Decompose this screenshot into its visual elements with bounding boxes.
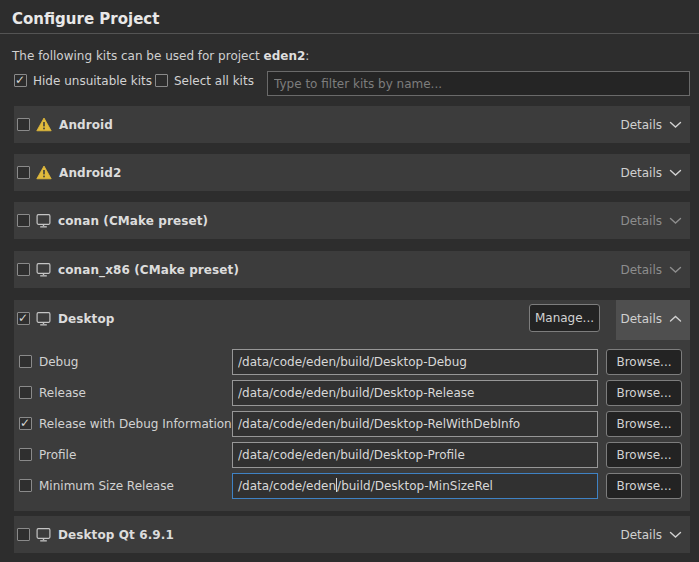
kits-description: The following kits can be used for proje… — [12, 49, 309, 63]
page-title: Configure Project — [12, 10, 159, 28]
details-toggle-conan[interactable]: Details — [620, 202, 682, 239]
kit-name: Desktop — [58, 312, 115, 326]
kit-name: conan (CMake preset) — [58, 214, 208, 228]
config-row-debug: Debug Browse... — [14, 349, 690, 375]
browse-button-relwithdebinfo[interactable]: Browse... — [606, 411, 682, 437]
select-all-kits-label[interactable]: Select all kits — [174, 74, 254, 88]
warning-icon — [36, 117, 52, 132]
config-row-minsizerel: Minimum Size Release /data/code/eden/bui… — [14, 473, 690, 499]
kit-row-desktop-qt: Desktop Qt 6.9.1 Details — [14, 516, 690, 553]
browse-button-release[interactable]: Browse... — [606, 380, 682, 406]
path-text-before-cursor: /data/code/eden — [238, 479, 336, 493]
path-text-after-cursor: /build/Desktop-MinSizeRel — [337, 479, 493, 493]
details-label: Details — [620, 263, 662, 277]
chevron-down-icon — [669, 217, 682, 225]
kit-row-conan-x86: conan_x86 (CMake preset) Details — [14, 251, 690, 288]
browse-button-debug[interactable]: Browse... — [606, 349, 682, 375]
details-toggle-android[interactable]: Details — [620, 106, 682, 143]
project-name: eden2 — [264, 49, 306, 63]
kit-name: Desktop Qt 6.9.1 — [58, 528, 174, 542]
details-toggle-desktop[interactable]: Details — [620, 300, 682, 337]
details-label: Details — [620, 166, 662, 180]
build-dir-input-debug[interactable] — [232, 349, 598, 375]
build-dir-input-release[interactable] — [232, 380, 598, 406]
kit-row-android: Android Details — [14, 106, 690, 143]
hide-unsuitable-kits-label[interactable]: Hide unsuitable kits — [33, 74, 152, 88]
manage-button[interactable]: Manage... — [529, 304, 600, 332]
build-dir-input-minsizerel[interactable]: /data/code/eden/build/Desktop-MinSizeRel — [232, 473, 598, 499]
details-label: Details — [620, 528, 662, 542]
chevron-down-icon — [669, 121, 682, 129]
details-label: Details — [620, 214, 662, 228]
desktop-monitor-icon — [36, 263, 51, 277]
checkmark-icon: ✓ — [20, 416, 30, 430]
details-label: Details — [620, 312, 662, 326]
browse-button-minsizerel[interactable]: Browse... — [606, 473, 682, 499]
config-checkbox-relwithdebinfo[interactable]: ✓ — [19, 417, 32, 430]
details-toggle-conan-x86[interactable]: Details — [620, 251, 682, 288]
config-row-profile: Profile Browse... — [14, 442, 690, 468]
chevron-down-icon — [669, 531, 682, 539]
kit-row-conan: conan (CMake preset) Details — [14, 202, 690, 239]
config-checkbox-minsizerel[interactable] — [19, 479, 32, 492]
config-label: Minimum Size Release — [39, 473, 174, 499]
kit-checkbox-desktop-qt[interactable] — [17, 528, 30, 541]
kit-filter-input[interactable] — [267, 71, 690, 96]
config-row-release: Release Browse... — [14, 380, 690, 406]
desktop-monitor-icon — [36, 214, 51, 228]
kit-name: Android — [59, 118, 113, 132]
title-divider — [0, 33, 699, 34]
checkmark-icon: ✓ — [18, 311, 28, 325]
configure-project-page: Configure Project The following kits can… — [0, 0, 699, 562]
kit-panel-desktop: ✓ Desktop Manage... Details Debug Browse… — [14, 300, 690, 511]
config-checkbox-debug[interactable] — [19, 355, 32, 368]
details-toggle-android2[interactable]: Details — [620, 154, 682, 191]
config-label: Release with Debug Information — [39, 411, 232, 437]
kits-description-suffix: : — [305, 49, 309, 63]
kit-row-android2: Android2 Details — [14, 154, 690, 191]
details-toggle-desktop-qt[interactable]: Details — [620, 516, 682, 553]
hide-unsuitable-kits-checkbox[interactable]: ✓ — [14, 74, 27, 87]
chevron-down-icon — [669, 266, 682, 274]
chevron-down-icon — [669, 169, 682, 177]
checkmark-icon: ✓ — [15, 73, 25, 87]
kit-name: Android2 — [59, 166, 121, 180]
build-dir-input-relwithdebinfo[interactable] — [232, 411, 598, 437]
kit-name: conan_x86 (CMake preset) — [58, 263, 239, 277]
desktop-monitor-icon — [36, 312, 51, 326]
warning-icon — [36, 165, 52, 180]
config-checkbox-profile[interactable] — [19, 448, 32, 461]
kits-description-text: The following kits can be used for proje… — [12, 49, 264, 63]
config-checkbox-release[interactable] — [19, 386, 32, 399]
browse-button-profile[interactable]: Browse... — [606, 442, 682, 468]
kit-checkbox-conan[interactable] — [17, 214, 30, 227]
config-label: Profile — [39, 442, 76, 468]
config-label: Release — [39, 380, 86, 406]
build-dir-input-profile[interactable] — [232, 442, 598, 468]
chevron-up-icon — [669, 315, 682, 323]
kit-checkbox-android2[interactable] — [17, 166, 30, 179]
kit-checkbox-android[interactable] — [17, 118, 30, 131]
kit-checkbox-conan-x86[interactable] — [17, 263, 30, 276]
desktop-monitor-icon — [36, 528, 51, 542]
config-row-relwithdebinfo: ✓ Release with Debug Information Browse.… — [14, 411, 690, 437]
kit-checkbox-desktop[interactable]: ✓ — [17, 312, 30, 325]
details-label: Details — [620, 118, 662, 132]
config-label: Debug — [39, 349, 78, 375]
select-all-kits-checkbox[interactable] — [155, 74, 168, 87]
